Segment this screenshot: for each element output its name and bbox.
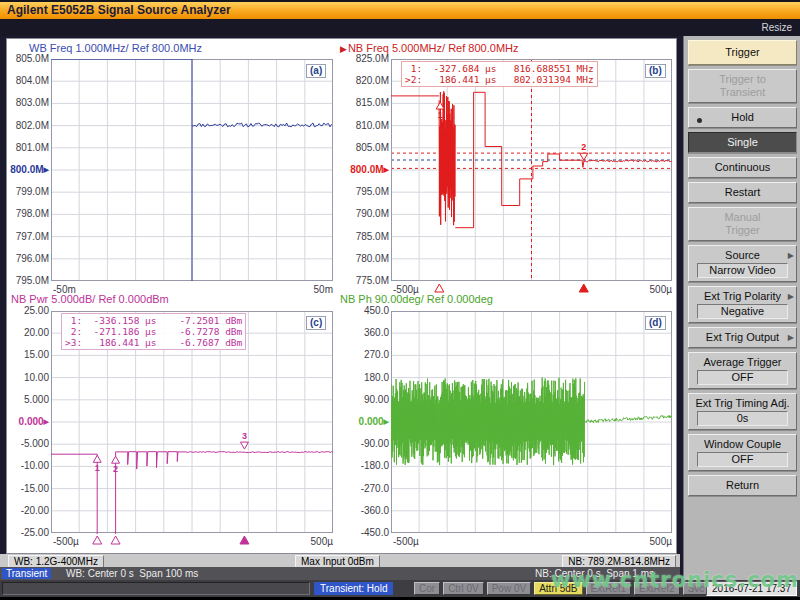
sidebar-button-window-couple[interactable]: Window CoupleOFF xyxy=(688,434,797,471)
trace-marker-1-label: 1 xyxy=(95,463,100,473)
softkey-label: Restart xyxy=(690,186,795,199)
instrument-screen: Agilent E5052B Signal Source Analyzer Re… xyxy=(0,0,800,600)
sidebar-button-trigger[interactable]: Trigger xyxy=(688,40,797,65)
panel-b-marker-readout: 1: -327.684 µs 816.688551 MHz >2: 186.44… xyxy=(401,61,598,87)
panel-a-y-label: 803.0M xyxy=(7,97,49,108)
trace-marker-1-label: 1 xyxy=(438,110,443,120)
axis-marker-icon[interactable] xyxy=(240,536,249,544)
indicator-row: CorCtrl 0VPow 0VAttn 5dBExtRef1ExtRef2Sv… xyxy=(414,582,709,595)
axis-marker-icon[interactable] xyxy=(435,284,444,292)
sidebar-button-hold[interactable]: Hold xyxy=(688,107,797,128)
panel-a-letter-badge: (a) xyxy=(306,64,326,78)
softkey-label: Trigger to Transient xyxy=(690,73,795,99)
ref-level-arrow-icon: ▶ xyxy=(44,418,49,425)
softkey-value: OFF xyxy=(697,452,788,467)
instrument-status-bar: Transient: Hold CorCtrl 0VPow 0VAttn 5dB… xyxy=(0,580,800,597)
sidebar-button-continuous[interactable]: Continuous xyxy=(688,157,797,178)
panel-a-y-label: 796.0M xyxy=(7,253,49,264)
sidebar-button-single[interactable]: Single xyxy=(688,132,797,153)
panel-d-y-label: -180.0 xyxy=(347,460,389,471)
sidebar-button-ext-trig-polarity[interactable]: Ext Trig PolarityNegative▶ xyxy=(688,286,797,323)
sidebar-button-source[interactable]: SourceNarrow Video▶ xyxy=(688,245,797,282)
softkey-label: Ext Trig Output xyxy=(690,331,795,344)
submenu-arrow-icon: ▶ xyxy=(788,251,794,260)
panel-d-y-label: -450.0 xyxy=(347,527,389,538)
panel-d-y-label: 360.0 xyxy=(347,327,389,338)
axis-marker-icon[interactable] xyxy=(579,284,588,292)
panel-b-y-label: 810.0M xyxy=(347,120,389,131)
softkey-label: Continuous xyxy=(690,161,795,174)
softkey-label: Ext Trig Polarity xyxy=(690,290,795,303)
panel-b-y-label: 780.0M xyxy=(347,253,389,264)
trace-marker-3-icon[interactable] xyxy=(240,442,248,449)
panel-c-marker-readout: 1: -336.158 µs -7.2501 dBm 2: -271.186 µ… xyxy=(61,313,246,350)
softkey-label: Ext Trig Timing Adj. xyxy=(690,397,795,410)
panel-b-letter-badge: (b) xyxy=(645,64,666,78)
panel-d-y-label: -360.0 xyxy=(347,505,389,516)
panel-d-plot xyxy=(391,311,673,546)
selection-dot-icon xyxy=(697,118,702,123)
softkey-value: 0s xyxy=(697,411,788,426)
submenu-arrow-icon: ▶ xyxy=(788,333,794,342)
softkey-value: Narrow Video xyxy=(697,263,788,278)
panel-d-y-label: 90.00 xyxy=(347,394,389,405)
sidebar-button-trigger-to-transient[interactable]: Trigger to Transient xyxy=(688,69,797,103)
panel-c-y-label: -20.00 xyxy=(7,505,49,516)
panel-b-y-label: 805.0M xyxy=(347,142,389,153)
panel-a-y-label: 798.0M xyxy=(7,208,49,219)
panel-c-y-ref-label: 0.000▶ xyxy=(7,416,49,427)
message-box xyxy=(2,582,310,595)
panel-c-letter-badge: (c) xyxy=(306,316,326,330)
axis-marker-icon[interactable] xyxy=(93,536,102,544)
panel-a-y-ref-label: 800.0M▶ xyxy=(7,164,49,175)
sidebar-button-ext-trig-timing-adj[interactable]: Ext Trig Timing Adj.0s xyxy=(688,393,797,430)
datetime-display: 2016-07-21 17:37 xyxy=(706,581,797,596)
panel-b-y-label: 825.0M xyxy=(347,53,389,64)
panel-b-plot: 12 xyxy=(391,59,673,294)
trace-marker-3-label: 3 xyxy=(242,431,247,441)
active-trace-arrow-icon: ▶ xyxy=(340,44,347,54)
panel-a-y-label: 804.0M xyxy=(7,75,49,86)
softkey-label: Single xyxy=(690,136,795,149)
panel-c-y-label: 25.00 xyxy=(7,305,49,316)
panel-c-y-label: -25.00 xyxy=(7,527,49,538)
panel-b-y-label: 790.0M xyxy=(347,208,389,219)
sidebar-button-restart[interactable]: Restart xyxy=(688,182,797,203)
frequency-status-bar: WB: 1.2G-400MHz Max Input 0dBm NB: 789.2… xyxy=(0,554,680,567)
wb-span-text: WB: Center 0 s Span 100 ms xyxy=(66,568,198,579)
softkey-value: OFF xyxy=(697,370,788,385)
sidebar-button-average-trigger[interactable]: Average TriggerOFF xyxy=(688,352,797,389)
softkey-label: Trigger xyxy=(690,46,795,59)
panel-c-y-label: -15.00 xyxy=(7,483,49,494)
softkey-sidebar: TriggerTrigger to TransientHoldSingleCon… xyxy=(683,36,800,580)
trace-marker-2-icon[interactable] xyxy=(112,456,120,463)
softkey-label: Window Couple xyxy=(690,438,795,451)
sidebar-button-manual-trigger[interactable]: Manual Trigger xyxy=(688,207,797,241)
trace-marker-2-icon[interactable] xyxy=(580,153,588,160)
panel-c-y-label: -5.000 xyxy=(7,438,49,449)
indicator-extref1: ExtRef1 xyxy=(586,582,632,595)
sidebar-button-ext-trig-output[interactable]: Ext Trig Output▶ xyxy=(688,327,797,348)
nb-span-text: NB: Center 0 s Span 1 ms xyxy=(535,568,654,579)
panel-d-y-ref-label: 0.000▶ xyxy=(347,416,389,427)
panel-a-y-label: 799.0M xyxy=(7,186,49,197)
panel-b-y-ref-label: 800.0M▶ xyxy=(347,164,389,175)
sidebar-button-return[interactable]: Return xyxy=(688,475,797,496)
panel-b-y-label: 775.0M xyxy=(347,275,389,286)
panel-d-y-label: -270.0 xyxy=(347,483,389,494)
trace-marker-2-label: 2 xyxy=(581,142,586,152)
softkey-label: Average Trigger xyxy=(690,356,795,369)
axis-marker-icon[interactable] xyxy=(111,536,120,544)
trace-marker-1-icon[interactable] xyxy=(93,455,101,462)
panel-c-y-label: -10.00 xyxy=(7,460,49,471)
softkey-label: Return xyxy=(690,479,795,492)
panel-a-y-label: 795.0M xyxy=(7,275,49,286)
submenu-arrow-icon: ▶ xyxy=(788,292,794,301)
title-bar: Agilent E5052B Signal Source Analyzer xyxy=(0,0,800,19)
resize-button[interactable]: Resize xyxy=(761,19,792,36)
indicator-extref2: ExtRef2 xyxy=(634,582,680,595)
menu-strip: Resize xyxy=(0,19,800,36)
panel-b-y-label: 785.0M xyxy=(347,231,389,242)
window-title: Agilent E5052B Signal Source Analyzer xyxy=(0,2,800,19)
softkey-label: Manual Trigger xyxy=(690,211,795,237)
